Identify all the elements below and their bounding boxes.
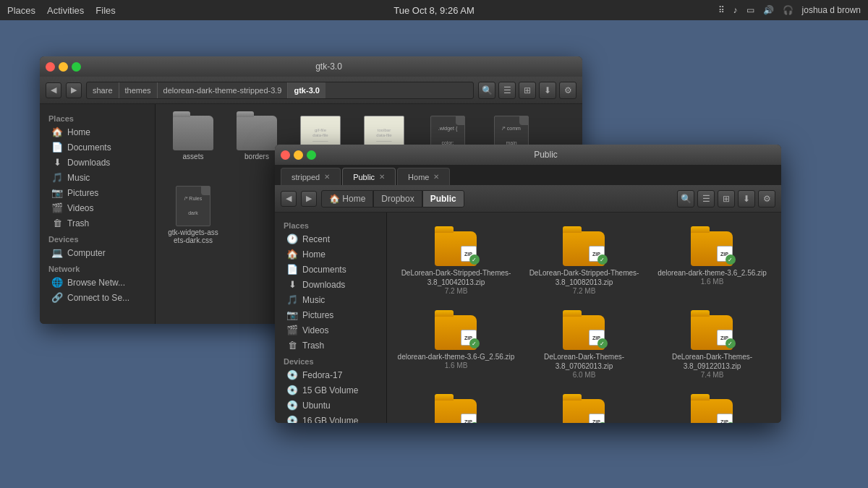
- close-button-2[interactable]: [281, 150, 290, 160]
- sidebar-item-trash[interactable]: 🗑 Trash: [43, 215, 152, 231]
- sidebar2-downloads[interactable]: ⬇ Downloads: [278, 277, 383, 292]
- bc-share[interactable]: share: [87, 82, 119, 98]
- zip-icon-7: ZIP ✓: [435, 392, 478, 423]
- search-button-2[interactable]: 🔍: [677, 190, 694, 207]
- folder-borders-icon: [237, 116, 277, 150]
- sidebar-item-music[interactable]: 🎵 Music: [43, 170, 152, 185]
- sidebar2-ubuntu[interactable]: 💿 Ubuntu: [278, 398, 383, 413]
- places-label-2: Places: [275, 217, 386, 231]
- topbar-screen-icon[interactable]: ▭: [746, 5, 754, 15]
- recent-icon: 🕐: [286, 234, 298, 244]
- minimize-button-2[interactable]: [294, 150, 303, 160]
- forward-button[interactable]: ▶: [66, 82, 82, 98]
- zip-item-3[interactable]: ZIP ✓ delorean-dark-theme-3.6_2.56.zip 1…: [650, 220, 774, 299]
- zip-item-1[interactable]: ZIP ✓ DeLorean-Dark-Stripped-Themes-3.8_…: [394, 220, 518, 299]
- tab-public[interactable]: Public ✕: [342, 168, 396, 185]
- list-view-button[interactable]: ☰: [498, 82, 516, 99]
- back-button[interactable]: ◀: [46, 82, 61, 98]
- music-icon: 🎵: [51, 172, 63, 183]
- zip-item-9[interactable]: ZIP ✓ DeLorean-Dark-: [650, 388, 774, 423]
- zip-item-2[interactable]: ZIP ✓ DeLorean-Dark-Stripped-Themes-3.8_…: [522, 220, 646, 299]
- sidebar-item-connect[interactable]: 🔗 Connect to Se...: [43, 290, 152, 305]
- zip-item-7[interactable]: ZIP ✓ DeLorean-Dark-: [394, 388, 518, 423]
- zip-check-4: ✓: [469, 338, 480, 348]
- tab-stripped[interactable]: stripped ✕: [281, 168, 341, 185]
- sidebar2-music[interactable]: 🎵 Music: [278, 292, 383, 307]
- sidebar-item-downloads[interactable]: ⬇ Downloads: [43, 155, 152, 170]
- tab-public-label: Public: [353, 173, 375, 181]
- forward-button-2[interactable]: ▶: [301, 191, 317, 207]
- zip-size-3: 1.6 MB: [701, 278, 724, 286]
- zip-item-5[interactable]: ZIP ✓ DeLorean-Dark-Themes-3.8_07062013.…: [522, 304, 646, 383]
- bc2-public[interactable]: Public: [422, 190, 464, 207]
- zip-icon-4: ZIP ✓: [435, 308, 478, 350]
- topbar-apps-icon[interactable]: ⠿: [718, 5, 725, 15]
- tab-stripped-close[interactable]: ✕: [324, 173, 330, 181]
- maximize-button[interactable]: [72, 62, 81, 72]
- settings-button-2[interactable]: ⚙: [758, 190, 775, 207]
- topbar-music-icon[interactable]: ♪: [733, 5, 738, 15]
- bc2-dropbox[interactable]: Dropbox: [373, 190, 422, 207]
- window1-toolbar: ◀ ▶ share themes delorean-dark-theme-str…: [40, 77, 582, 104]
- bc-delorean[interactable]: delorean-dark-theme-stripped-3.9: [158, 82, 289, 98]
- file-item-assets[interactable]: assets: [164, 113, 222, 177]
- sidebar2-home[interactable]: 🏠 Home: [278, 247, 383, 262]
- topbar-volume-icon[interactable]: 🔊: [763, 5, 774, 15]
- window2-sidebar: Places 🕐 Recent 🏠 Home 📄 Documents ⬇ Dow…: [275, 213, 387, 423]
- devices-label-2: Devices: [275, 353, 386, 367]
- 15gb-icon: 💿: [286, 385, 298, 395]
- sidebar2-trash[interactable]: 🗑 Trash: [278, 338, 383, 353]
- topbar-headphone-icon[interactable]: 🎧: [783, 5, 793, 15]
- sidebar2-recent[interactable]: 🕐 Recent: [278, 231, 383, 247]
- sidebar-item-home[interactable]: 🏠 Home: [43, 124, 152, 140]
- zip-icon-8: ZIP ✓: [563, 392, 606, 423]
- zip-check-3: ✓: [726, 254, 736, 265]
- sidebar-item-documents[interactable]: 📄 Documents: [43, 140, 152, 155]
- ubuntu-icon: 💿: [286, 400, 298, 411]
- back-button-2[interactable]: ◀: [281, 191, 297, 207]
- window2-title: Public: [316, 150, 775, 160]
- topbar-user[interactable]: joshua d brown: [802, 5, 861, 15]
- sidebar-item-computer[interactable]: 💻 Computer: [43, 245, 152, 260]
- window1-controls: [46, 62, 81, 72]
- sidebar2-15gb[interactable]: 💿 15 GB Volume: [278, 382, 383, 398]
- maximize-button-2[interactable]: [307, 150, 316, 160]
- bc2-home[interactable]: 🏠 Home: [321, 190, 373, 207]
- sidebar2-fedora[interactable]: 💿 Fedora-17: [278, 367, 383, 382]
- sidebar2-downloads-label: Downloads: [302, 280, 345, 290]
- sidebar2-videos[interactable]: 🎬 Videos: [278, 322, 383, 338]
- sidebar-trash-label: Trash: [67, 218, 89, 228]
- list-view-button-2[interactable]: ☰: [697, 190, 715, 207]
- zip-item-8[interactable]: ZIP ✓ DeLorean-Dark-: [522, 388, 646, 423]
- sort-button[interactable]: ⬇: [539, 82, 556, 99]
- topbar-activities[interactable]: Activities: [47, 5, 84, 16]
- bc-themes[interactable]: themes: [119, 82, 158, 98]
- network-icon: 🌐: [51, 277, 63, 288]
- tab-home[interactable]: Home ✕: [397, 168, 450, 185]
- topbar-right: ⠿ ♪ ▭ 🔊 🎧 joshua d brown: [718, 5, 861, 15]
- search-button[interactable]: 🔍: [478, 82, 495, 99]
- sidebar2-16gb[interactable]: 💿 16 GB Volume: [278, 413, 383, 423]
- topbar-files[interactable]: Files: [95, 5, 115, 16]
- zip-item-4[interactable]: ZIP ✓ delorean-dark-theme-3.6-G_2.56.zip…: [394, 304, 518, 383]
- sidebar2-documents[interactable]: 📄 Documents: [278, 262, 383, 277]
- tab-home-close[interactable]: ✕: [433, 173, 439, 181]
- sidebar2-pictures[interactable]: 📷 Pictures: [278, 307, 383, 322]
- close-button[interactable]: [46, 62, 55, 72]
- sidebar-item-videos[interactable]: 🎬 Videos: [43, 200, 152, 215]
- sort-button-2[interactable]: ⬇: [738, 190, 755, 207]
- sidebar-item-browse-network[interactable]: 🌐 Browse Netw...: [43, 275, 152, 290]
- sidebar-item-pictures[interactable]: 📷 Pictures: [43, 185, 152, 200]
- grid-view-button[interactable]: ⊞: [519, 82, 536, 99]
- window2-titlebar: Public: [275, 145, 781, 165]
- bc-gtk3[interactable]: gtk-3.0: [288, 82, 325, 98]
- settings-button[interactable]: ⚙: [559, 82, 576, 99]
- topbar-places[interactable]: Places: [7, 5, 35, 16]
- grid-view-button-2[interactable]: ⊞: [718, 190, 735, 207]
- tab-public-close[interactable]: ✕: [379, 173, 385, 181]
- zip-item-6[interactable]: ZIP ✓ DeLorean-Dark-Themes-3.8_09122013.…: [650, 304, 774, 383]
- minimize-button[interactable]: [59, 62, 68, 72]
- zip-icon-5: ZIP ✓: [563, 308, 606, 350]
- documents2-icon: 📄: [286, 264, 298, 275]
- file-item-gtk-widgets[interactable]: /* Rules dark gtk-widgets-assets-dark.cs…: [164, 183, 222, 247]
